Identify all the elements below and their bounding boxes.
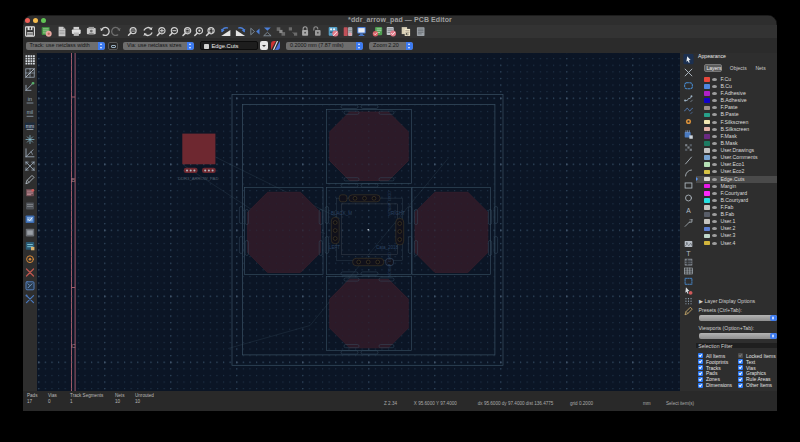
svg-text:DDR3_ARROW: DDR3_ARROW (387, 252, 391, 278)
svg-text:A: A (686, 207, 691, 214)
svg-text:T: T (686, 248, 691, 257)
svg-text:LEFT: LEFT (329, 245, 340, 250)
svg-text:in: in (28, 96, 32, 102)
svg-text:BLACK_M: BLACK_M (331, 211, 352, 216)
svg-text:DDR3_ARROW_PAD: DDR3_ARROW_PAD (178, 176, 218, 181)
svg-text:DDR3_ARROW: DDR3_ARROW (387, 191, 391, 217)
svg-text:mm: mm (26, 122, 34, 128)
svg-text:mil: mil (27, 109, 33, 115)
svg-text:RIGHT: RIGHT (391, 211, 405, 216)
svg-text:Cata_2018: Cata_2018 (376, 245, 399, 250)
